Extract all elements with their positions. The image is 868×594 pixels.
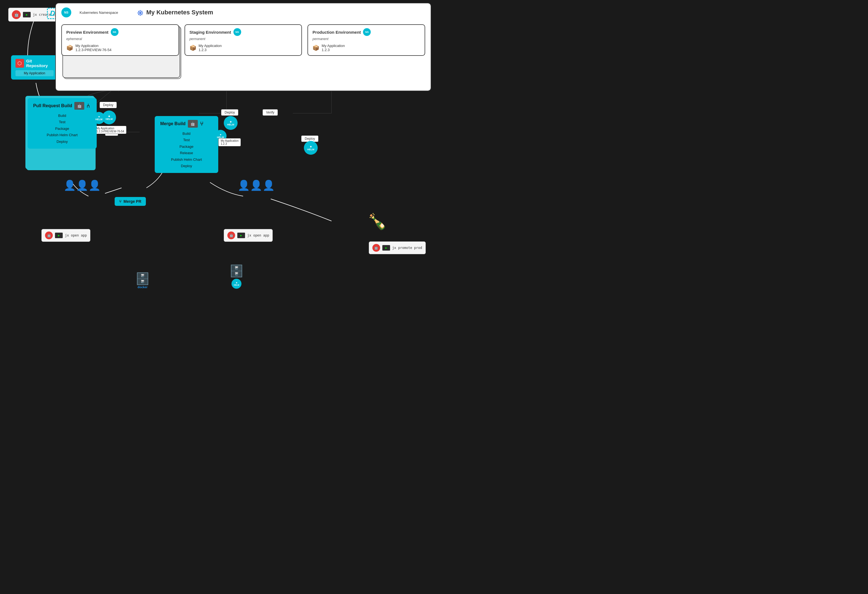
person-icon-1a: 👤 (63, 180, 76, 191)
deploy-label-2: Deploy (221, 109, 238, 116)
pr-step-build: Build (33, 112, 91, 119)
production-env-container: Production Environment NS permanent 📦 My… (307, 24, 425, 77)
production-env-title: Production Environment (313, 30, 361, 34)
ns-badge: NS (61, 7, 71, 18)
promote-prod-text: jx promote prod (392, 246, 422, 250)
pr-build-title: Pull Request Build 🤖 ⑃ (33, 102, 91, 110)
merge-step-package: Package (160, 143, 213, 150)
version-tag-release: My Application 1.2.3 (218, 138, 241, 146)
person-icon-2b: 👤 (250, 180, 263, 191)
preview-app-info: My Application 1.2.3-PREVIEW-76-54 (75, 44, 112, 52)
production-app-row: 📦 My Application 1.2.3 (313, 44, 420, 52)
helm-icon-deploy-3: ⎈ HELM (304, 141, 318, 155)
production-ns-badge: NS (363, 28, 371, 36)
helm-badge-pr: ⎈ HELM (93, 112, 105, 124)
docker-label: docker (135, 285, 150, 289)
git-repository: ⬡ Git Repository My Application (11, 55, 58, 80)
preview-env-header: Preview Environment NS (66, 28, 174, 36)
version-preview-num: 1.2.3-PREVIEW-76-54 (96, 130, 124, 133)
open-app-text-2: jx open app (247, 233, 269, 237)
production-env-header: Production Environment NS (313, 28, 420, 36)
preview-ns-badge: NS (111, 28, 118, 36)
jenkins-merge-icon: 🤖 (188, 120, 198, 128)
merge-step-test: Test (160, 137, 213, 143)
terminal-icon-2: ▶ (237, 233, 245, 238)
merge-pr-button[interactable]: ⑂ Merge PR (115, 197, 146, 206)
pr-step-deploy: Deploy (33, 139, 91, 145)
merge-step-deploy: Deploy (160, 163, 213, 169)
pr-step-publish: Publish Helm Chart (33, 132, 91, 138)
promote-prod-command: 🤖 ▶ jx promote prod (369, 241, 426, 254)
person-icon-1c: 👤 (89, 180, 101, 191)
staging-app-name: My Application (199, 44, 222, 48)
merge-build-steps: Build Test Package Release Publish Helm … (160, 130, 213, 169)
staging-app-row: 📦 My Application 1.2.3 (189, 44, 297, 52)
preview-env-card: Preview Environment NS ephemeral 📦 My Ap… (61, 24, 179, 56)
preview-app-row: 📦 My Application 1.2.3-PREVIEW-76-54 (66, 44, 174, 52)
production-app-name: My Application (322, 44, 345, 48)
jenkins-pr-icon: 🤖 (74, 102, 84, 110)
pr-helm-icon: ⎈ HELM (93, 112, 105, 124)
package-icon-staging: 📦 (189, 44, 196, 51)
person-icon-2c: 👤 (263, 180, 275, 191)
open-app-command-1: 🤖 ▶ jx open app (41, 229, 90, 242)
environment-cards: Preview Environment NS ephemeral 📦 My Ap… (56, 24, 431, 77)
jenkins-icon-2: 🤖 (227, 232, 235, 239)
git-repo-app: My Application (15, 70, 53, 76)
helm-deploy-3: ⎈ HELM (304, 141, 318, 155)
merge-pr-icon: ⑂ (119, 199, 121, 204)
person-icon-1b: 👤 (76, 180, 89, 191)
k8s-system-title: My Kubernetes System (146, 9, 213, 16)
merge-step-build: Build (160, 130, 213, 137)
preview-env-container: Preview Environment NS ephemeral 📦 My Ap… (61, 24, 179, 77)
pr-build-box: Pull Request Build 🤖 ⑃ ⎈ HELM Build Test… (28, 98, 97, 149)
k8s-header: NS Kubernetes Namespace ⎈ My Kubernetes … (56, 3, 431, 22)
jenkins-icon-3: 🤖 (372, 244, 380, 252)
pr-build-steps: Build Test Package Publish Helm Chart De… (33, 112, 91, 145)
preview-app-version: 1.2.3-PREVIEW-76-54 (75, 48, 112, 52)
production-env-type: permanent (313, 37, 420, 41)
version-release-app: My Application (221, 139, 238, 142)
preview-app-name: My Application (75, 44, 112, 48)
merge-branch-icon: ⑂ (200, 121, 203, 127)
preview-env-title: Preview Environment (66, 30, 109, 34)
git-icon: ⬡ (15, 59, 24, 68)
production-env-card: Production Environment NS permanent 📦 My… (307, 24, 425, 56)
docker-container: 🗄️ docker (135, 272, 150, 289)
jenkins-icon: 🤖 (12, 10, 21, 19)
production-app-version: 1.2.3 (322, 48, 345, 52)
open-app-command-2: 🤖 ▶ jx open app (224, 229, 273, 242)
terminal-icon: ▶ (23, 12, 31, 18)
package-icon-preview: 📦 (66, 44, 73, 51)
version-tag-preview: My Application 1.2.3-PREVIEW-76-54 (94, 126, 127, 134)
celebration-bottle: 🍾 (368, 213, 387, 231)
k8s-title: ⎈ My Kubernetes System (137, 7, 213, 18)
git-repo-title: Git Repository (26, 59, 53, 68)
staging-env-header: Staging Environment NS (189, 28, 297, 36)
staging-env-card: Staging Environment NS permanent 📦 My Ap… (185, 24, 302, 56)
git-repo-header: ⬡ Git Repository (15, 59, 53, 68)
merge-step-release: Release (160, 150, 213, 156)
version-release-num: 1.2.3 (221, 142, 238, 145)
database-icon-1: 🗄️ (135, 272, 150, 285)
production-app-info: My Application 1.2.3 (322, 44, 345, 52)
k8s-wheel-icon: ⎈ (137, 7, 143, 18)
jenkins-icon-1: 🤖 (45, 232, 53, 239)
kubernetes-outer-box: NS Kubernetes Namespace ⎈ My Kubernetes … (55, 3, 431, 91)
people-group-1: 👤 👤 👤 (63, 180, 101, 191)
version-preview-app: My Application (96, 127, 124, 130)
pr-step-test: Test (33, 119, 91, 125)
helm-repo-badge: ⎈ HELM (232, 279, 241, 289)
helm-deploy-2: ⎈ HELM (224, 116, 238, 130)
terminal-icon-3: ▶ (382, 245, 390, 251)
staging-env-title: Staging Environment (189, 30, 231, 34)
staging-app-info: My Application 1.2.3 (199, 44, 222, 52)
staging-app-version: 1.2.3 (199, 48, 222, 52)
main-diagram: 🤖 ▶ jx create spring DRAFT ⬡ Git Reposit… (0, 0, 434, 297)
database-icon-2: 🗄️ (229, 264, 244, 278)
package-icon-production: 📦 (313, 44, 319, 51)
staging-ns-badge: NS (233, 28, 241, 36)
verify-label: Verify (263, 109, 278, 116)
merge-build-title: Merge Build 🤖 ⑂ (160, 120, 213, 128)
people-group-2: 👤 👤 👤 (238, 180, 275, 191)
